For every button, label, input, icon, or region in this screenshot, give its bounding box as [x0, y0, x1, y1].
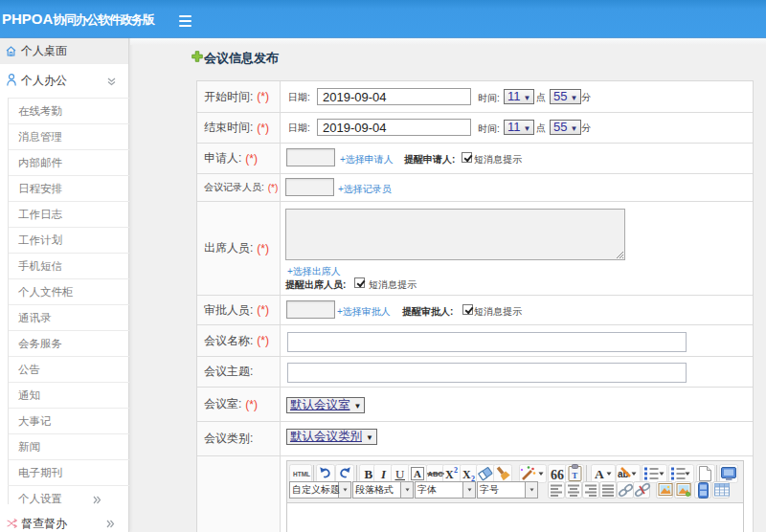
svg-text:B: B [365, 467, 373, 481]
svg-text:X: X [462, 468, 471, 481]
svg-text:段落格式: 段落格式 [355, 484, 394, 495]
svg-text:T: T [572, 471, 577, 480]
svg-text:2: 2 [454, 466, 458, 475]
svg-text:X: X [445, 468, 454, 481]
svg-text:字体: 字体 [417, 484, 437, 495]
svg-text:66: 66 [551, 468, 564, 482]
svg-text:U: U [395, 467, 405, 481]
svg-text:字号: 字号 [480, 484, 499, 495]
svg-text:HTML: HTML [293, 471, 310, 477]
svg-text:A: A [414, 468, 421, 479]
svg-text:自定义标题: 自定义标题 [292, 484, 340, 495]
svg-text:A: A [595, 467, 604, 481]
svg-text:I: I [380, 467, 387, 481]
